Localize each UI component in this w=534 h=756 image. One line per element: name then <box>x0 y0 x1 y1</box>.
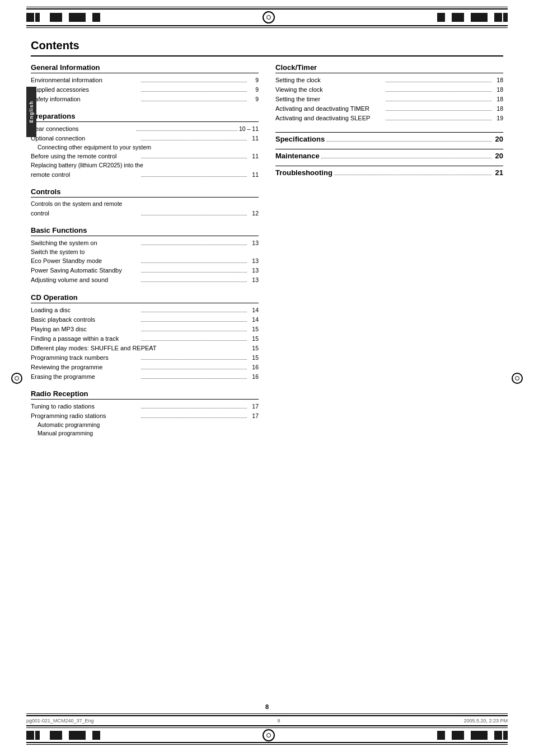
page-number: 8 <box>0 703 534 710</box>
toc-sub-item: Manual programming <box>31 429 259 438</box>
section-title-basic-functions: Basic Functions <box>31 226 259 236</box>
toc-item: Different play modes: SHUFFLE and REPEAT… <box>31 344 259 353</box>
toc-item: Rear connections 10 – 11 <box>31 124 259 134</box>
toc-item: control 12 <box>31 209 259 218</box>
toc-item: Basic playback controls 14 <box>31 315 259 325</box>
bottom-page-ref: 8 <box>278 718 280 724</box>
standalone-troubleshooting: Troubleshooting 21 <box>275 166 503 177</box>
toc-item: Viewing the clock 18 <box>275 85 503 95</box>
section-general-information: General Information Environmental inform… <box>31 63 259 104</box>
toc-item: Finding a passage within a track 15 <box>31 334 259 344</box>
specifications-label: Specifications <box>275 135 325 143</box>
toc-item: Tuning to radio stations 17 <box>31 402 259 411</box>
toc-item: Activating and deactivating SLEEP 19 <box>275 114 503 123</box>
toc-item: Playing an MP3 disc 15 <box>31 325 259 334</box>
toc-item: remote control 11 <box>31 170 259 180</box>
section-clock-timer: Clock/Timer Setting the clock 18 Viewing… <box>275 63 503 123</box>
section-title-preparations: Preparations <box>31 112 259 122</box>
toc-item: Eco Power Standby mode 13 <box>31 256 259 266</box>
section-title-radio: Radio Reception <box>31 389 259 400</box>
toc-item: Power Saving Automatic Standby 13 <box>31 266 259 275</box>
toc-item: Before using the remote control 11 <box>31 152 259 161</box>
toc-item: Switching the system on 13 <box>31 238 259 248</box>
side-tab-label: English <box>29 101 34 123</box>
toc-item: Adjusting volume and sound 13 <box>31 275 259 285</box>
section-title-general: General Information <box>31 63 259 73</box>
section-title-clock: Clock/Timer <box>275 63 503 73</box>
toc-item: Erasing the programme 16 <box>31 372 259 382</box>
troubleshooting-page: 21 <box>493 168 503 177</box>
maintenance-label: Maintenance <box>275 152 320 160</box>
toc-sub-item: Connecting other equipment to your syste… <box>31 143 259 152</box>
toc-item: Setting the timer 18 <box>275 95 503 104</box>
right-crosshair <box>512 373 523 384</box>
section-cd-operation: CD Operation Loading a disc 14 Basic pla… <box>31 293 259 382</box>
toc-item: Safety information 9 <box>31 95 259 104</box>
section-preparations: Preparations Rear connections 10 – 11 Op… <box>31 112 259 180</box>
section-title-cd: CD Operation <box>31 293 259 303</box>
bottom-file: pg001-021_MCM240_37_Eng <box>26 718 94 724</box>
specifications-page: 20 <box>493 135 503 143</box>
section-radio-reception: Radio Reception Tuning to radio stations… <box>31 389 259 437</box>
standalone-specifications: Specifications 20 <box>275 132 503 143</box>
toc-item: Setting the clock 18 <box>275 76 503 85</box>
troubleshooting-label: Troubleshooting <box>275 168 332 177</box>
toc-multiline: Replacing battery (lithium CR2025) into … <box>31 161 259 170</box>
maintenance-page: 20 <box>493 152 503 160</box>
toc-multiline: Controls on the system and remote <box>31 200 259 209</box>
section-maintenance: Maintenance 20 <box>275 149 503 160</box>
toc-sub-item: Automatic programming <box>31 421 259 429</box>
section-troubleshooting: Troubleshooting 21 <box>275 166 503 177</box>
toc-item: Loading a disc 14 <box>31 306 259 315</box>
toc-item: Programming radio stations 17 <box>31 411 259 421</box>
section-title-controls: Controls <box>31 187 259 198</box>
toc-item: Optional connection 11 <box>31 134 259 143</box>
toc-item: Supplied accessories 9 <box>31 85 259 95</box>
right-column: Clock/Timer Setting the clock 18 Viewing… <box>275 63 503 445</box>
bottom-date: 2005.5.20, 2:23 PM <box>463 718 508 724</box>
section-controls: Controls Controls on the system and remo… <box>31 187 259 218</box>
section-basic-functions: Basic Functions Switching the system on … <box>31 226 259 285</box>
section-specifications: Specifications 20 <box>275 132 503 143</box>
toc-item: Environmental information 9 <box>31 76 259 85</box>
toc-item: Reviewing the programme 16 <box>31 363 259 372</box>
left-crosshair <box>11 373 22 384</box>
left-column: General Information Environmental inform… <box>31 63 259 445</box>
side-tab: English <box>26 87 36 137</box>
toc-item: Activating and deactivating TIMER 18 <box>275 104 503 114</box>
toc-multiline: Switch the system to <box>31 248 259 257</box>
toc-item: Programming track numbers 15 <box>31 353 259 363</box>
page-title: Contents <box>31 39 503 57</box>
standalone-maintenance: Maintenance 20 <box>275 149 503 160</box>
